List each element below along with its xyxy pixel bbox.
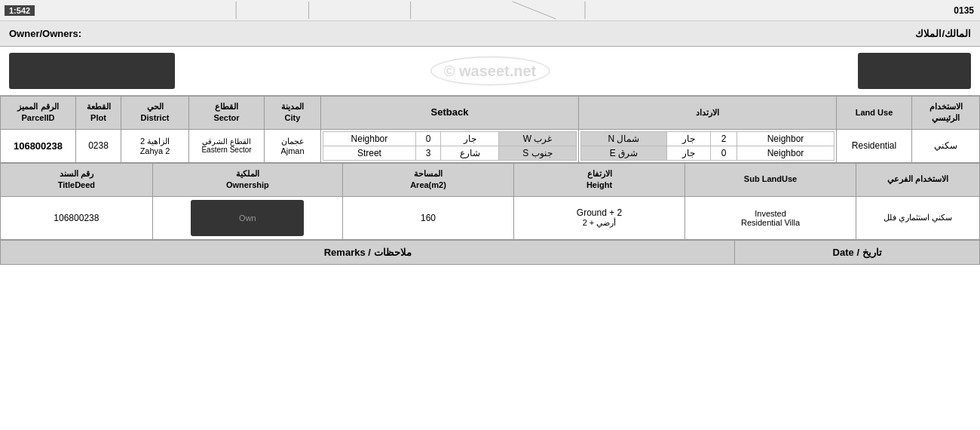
setback-dir1: W غرب xyxy=(498,131,576,146)
cell-area: 160 xyxy=(343,196,514,239)
header-main-use: الاستخدام الرئيسي xyxy=(912,97,980,130)
owner-logo-blurred xyxy=(858,53,971,89)
owner-label-left: Owner/Owners: xyxy=(9,28,81,39)
irtidad-label1: Neighbor xyxy=(737,131,835,146)
cell-parcel-id: 106800238 xyxy=(1,129,76,162)
scale-label: 1:542 xyxy=(5,5,35,16)
setback-row1: Neighbor 0 جار W غرب xyxy=(323,131,577,146)
cell-sub-use-arabic: سكني استثماري فلل xyxy=(856,196,980,239)
cell-landuse: Residential xyxy=(837,129,912,162)
irtidad-dir2: E شرق xyxy=(581,146,667,160)
setback-arabic2: شارع xyxy=(441,146,499,160)
cell-main-use: سكني xyxy=(912,129,980,162)
cell-city: عجمان Ajman xyxy=(265,129,321,162)
irtidad-value1: 2 xyxy=(711,131,737,146)
header-irtidad: الارتداد xyxy=(579,97,837,130)
irtidad-row1: N شمال جار 2 Neighbor xyxy=(581,131,835,146)
ownership-blurred: Own xyxy=(191,200,304,236)
table-data-row2: 106800238 Own 160 Ground + 2 أرضي + 2 In… xyxy=(1,196,980,239)
svg-line-3 xyxy=(513,2,556,19)
setback-label1: Neighbor xyxy=(323,131,416,146)
header-area: المساحة Area(m2) xyxy=(343,163,514,196)
irtidad-arabic1: جار xyxy=(666,131,710,146)
watermark: © waseet.net xyxy=(430,57,550,86)
setback-arabic1: جار xyxy=(441,131,499,146)
footer-row: Remarks / ملاحظات Date / تاريخ xyxy=(1,240,980,264)
header-title-deed: رقم السند TitleDeed xyxy=(1,163,153,196)
cell-sector: القطاع الشرقي Eastern Sector xyxy=(189,129,265,162)
footer-remarks: Remarks / ملاحظات xyxy=(1,240,735,264)
header-sector: القطاع Sector xyxy=(189,97,265,130)
irtidad-value2: 0 xyxy=(711,146,737,160)
ownership-text: Own xyxy=(239,213,256,223)
cell-height: Ground + 2 أرضي + 2 xyxy=(514,196,685,239)
owner-header-row: Owner/Owners: المالك/الملاك xyxy=(0,21,980,47)
table-header-row2: رقم السند TitleDeed الملكية Ownership ال… xyxy=(1,163,980,196)
setback-value1: 0 xyxy=(415,131,440,146)
header-parcel-id: الرقم المميز ParcelID xyxy=(1,97,76,130)
table-data-row1: 106800238 0238 الزاهية 2 Zahya 2 القطاع … xyxy=(1,129,980,162)
header-ownership: الملكية Ownership xyxy=(152,163,342,196)
cell-irtidad: N شمال جار 2 Neighbor E شرق جار 0 Neighb… xyxy=(579,129,837,162)
setback-label2: Street xyxy=(323,146,416,160)
cell-title-deed: 106800238 xyxy=(1,196,153,239)
header-sub-use-arabic: الاستخدام الفرعي xyxy=(856,163,980,196)
cell-sub-landuse: Invested Residential Villa xyxy=(685,196,856,239)
cell-district: الزاهية 2 Zahya 2 xyxy=(121,129,189,162)
header-sub-landuse: Sub LandUse xyxy=(685,163,856,196)
header-plot: القطعة Plot xyxy=(76,97,121,130)
setback-row2: Street 3 شارع S جنوب xyxy=(323,146,577,160)
header-city: المدينة City xyxy=(265,97,321,130)
header-district: الحي District xyxy=(121,97,189,130)
owner-label-right: المالك/الملاك xyxy=(915,28,971,39)
cell-setback: Neighbor 0 جار W غرب Street 3 شارع S جنو… xyxy=(321,129,579,162)
irtidad-label2: Neighbor xyxy=(737,146,835,160)
corner-number: 0135 xyxy=(954,5,974,16)
owner-name-blurred xyxy=(9,53,175,89)
setback-value2: 3 xyxy=(415,146,440,160)
cell-plot: 0238 xyxy=(76,129,121,162)
header-landuse: Land Use xyxy=(837,97,912,130)
irtidad-dir1: N شمال xyxy=(581,131,667,146)
footer-date: Date / تاريخ xyxy=(735,240,980,264)
header-setback: Setback xyxy=(321,97,579,130)
owner-data-row: © waseet.net xyxy=(0,47,980,96)
table-header-row1: الرقم المميز ParcelID القطعة Plot الحي D… xyxy=(1,97,980,130)
irtidad-row2: E شرق جار 0 Neighbor xyxy=(581,146,835,160)
header-height: الارتفاع Height xyxy=(514,163,685,196)
irtidad-arabic2: جار xyxy=(666,146,710,160)
cell-ownership: Own xyxy=(152,196,342,239)
setback-dir2: S جنوب xyxy=(498,146,576,160)
